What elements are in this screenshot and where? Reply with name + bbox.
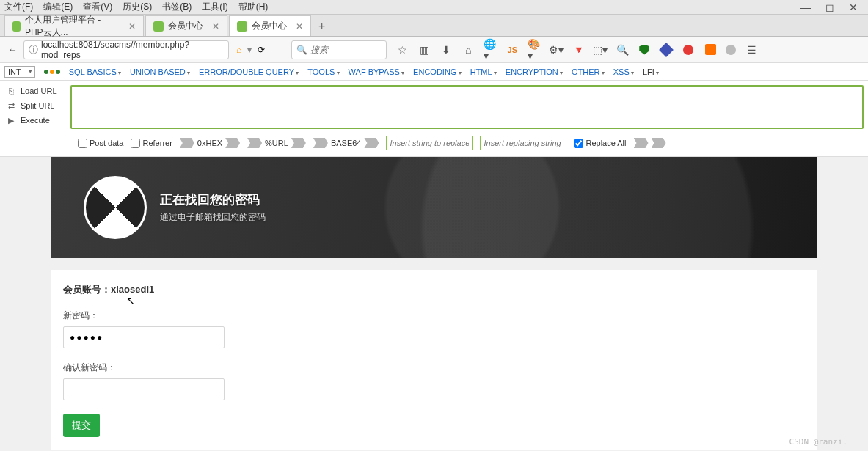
menu-bookmarks[interactable]: 书签(B) — [162, 1, 192, 13]
menu-union-based[interactable]: UNION BASED — [130, 67, 190, 76]
confirm-password-label: 确认新密码： — [63, 362, 805, 374]
menu-file[interactable]: 文件(F) — [4, 1, 33, 13]
post-data-checkbox[interactable]: Post data — [78, 139, 123, 148]
split-url-button[interactable]: ⇄Split URL — [0, 98, 70, 113]
reload-button[interactable]: ⟳ — [258, 45, 265, 55]
browser-menubar: 文件(F) 编辑(E) 查看(V) 历史(S) 书签(B) 工具(I) 帮助(H… — [0, 0, 868, 15]
maximize-button[interactable]: ◻ — [825, 1, 834, 13]
menu-sql-basics[interactable]: SQL BASICS — [69, 67, 121, 76]
ext-icon-1[interactable]: 🔻 — [572, 43, 585, 56]
execute-icon: ▶ — [6, 115, 16, 125]
tab-0[interactable]: 个人用户管理平台 - PHP云人... ✕ — [4, 15, 144, 36]
watermark: CSDN @ranzi. — [789, 437, 847, 447]
hackbar-textarea[interactable] — [70, 85, 864, 129]
home-icon-2[interactable]: ⌂ — [462, 43, 475, 56]
star-icon[interactable]: ☆ — [395, 43, 409, 56]
tab-close-icon[interactable]: ✕ — [128, 21, 136, 32]
referrer-checkbox[interactable]: Referrer — [131, 139, 172, 148]
new-password-label: 新密码： — [63, 309, 805, 322]
diamond-icon[interactable] — [660, 43, 673, 56]
menu-encryption[interactable]: ENCRYPTION — [506, 67, 563, 76]
menu-edit[interactable]: 编辑(E) — [43, 1, 73, 13]
search-icon: 🔍 — [296, 45, 307, 55]
tab-label: 会员中心 — [252, 20, 287, 32]
menu-other[interactable]: OTHER — [572, 67, 605, 76]
banner-subtitle: 通过电子邮箱找回您的密码 — [160, 211, 266, 224]
account-line: 会员账号：xiaosedi1 — [63, 283, 805, 296]
abp-icon[interactable] — [682, 43, 695, 56]
menu-encoding[interactable]: ENCODING — [413, 67, 462, 76]
banner: 正在找回您的密码 通过电子邮箱找回您的密码 — [51, 157, 817, 258]
site-info-icon[interactable]: ⓘ — [29, 43, 38, 56]
noscript-orange-icon[interactable] — [704, 43, 717, 56]
close-button[interactable]: ✕ — [849, 1, 858, 13]
page-content: 正在找回您的密码 通过电子邮箱找回您的密码 会员账号：xiaosedi1 新密码… — [0, 157, 868, 450]
favicon-icon — [153, 21, 164, 32]
menu-waf-bypass[interactable]: WAF BYPASS — [349, 67, 405, 76]
tab-close-icon[interactable]: ✕ — [212, 21, 219, 32]
home-icon[interactable]: ⌂ — [236, 45, 241, 55]
menu-view[interactable]: 查看(V) — [83, 1, 112, 13]
js-icon[interactable]: JS — [506, 43, 519, 56]
url-encode-button[interactable]: %URL — [247, 138, 306, 148]
hackbar-options: Post data Referrer 0xHEX %URL BASE64 Rep… — [0, 131, 868, 157]
search-box[interactable]: 🔍 — [291, 40, 387, 59]
nav-bar: ← ⓘ localhost:8081/seacms//member.php?mo… — [0, 37, 868, 63]
tab-label: 会员中心 — [168, 20, 203, 32]
new-tab-button[interactable]: + — [313, 17, 331, 36]
replace-to-input[interactable] — [480, 136, 566, 150]
globe-icon[interactable]: 🌐▾ — [484, 43, 497, 56]
encoding-select[interactable]: INT — [4, 66, 35, 78]
replace-from-input[interactable] — [386, 136, 473, 150]
hackbar-side: ⎘Load URL ⇄Split URL ▶Execute — [0, 81, 70, 131]
dots-indicator — [44, 70, 60, 74]
confirm-password-input[interactable] — [63, 378, 225, 400]
menu-xss[interactable]: XSS — [613, 67, 634, 76]
base64-encode-button[interactable]: BASE64 — [313, 138, 379, 148]
replace-go-button[interactable] — [634, 138, 666, 148]
new-password-input[interactable] — [63, 326, 225, 348]
url-text: localhost:8081/seacms//member.php?mod=re… — [41, 40, 224, 60]
favicon-icon — [237, 21, 247, 32]
back-button[interactable]: ← — [4, 42, 21, 58]
tab-1[interactable]: 会员中心 ✕ — [145, 15, 227, 36]
dropdown-icon[interactable]: ▾ — [247, 45, 252, 55]
menu-html[interactable]: HTML — [470, 67, 497, 76]
split-url-icon: ⇄ — [6, 100, 16, 111]
zoom-icon[interactable]: 🔍 — [616, 43, 629, 56]
shield-icon[interactable] — [638, 43, 651, 56]
tab-bar: 个人用户管理平台 - PHP云人... ✕ 会员中心 ✕ 会员中心 ✕ + — [0, 15, 868, 37]
hackbar-menu: INT SQL BASICS UNION BASED ERROR/DOUBLE … — [0, 63, 868, 81]
tab-label: 个人用户管理平台 - PHP云人... — [25, 14, 120, 39]
download-icon[interactable]: ⬇ — [440, 43, 453, 56]
submit-button[interactable]: 提交 — [63, 414, 100, 437]
grey-circ-icon[interactable] — [726, 45, 736, 55]
menu-tools[interactable]: TOOLS — [307, 67, 339, 76]
banner-title: 正在找回您的密码 — [160, 191, 266, 208]
tab-close-icon[interactable]: ✕ — [296, 21, 303, 32]
menu-error-query[interactable]: ERROR/DOUBLE QUERY — [199, 67, 299, 76]
favicon-icon — [12, 21, 21, 32]
execute-button[interactable]: ▶Execute — [0, 113, 70, 128]
avatar — [84, 176, 147, 239]
menu-help[interactable]: 帮助(H) — [238, 1, 269, 13]
menu-history[interactable]: 历史(S) — [123, 1, 152, 13]
hackbar-body: ⎘Load URL ⇄Split URL ▶Execute — [0, 81, 868, 131]
search-input[interactable] — [310, 45, 382, 55]
url-bar[interactable]: ⓘ localhost:8081/seacms//member.php?mod=… — [23, 40, 229, 59]
menu-lfi[interactable]: LFI — [643, 67, 659, 76]
noscript-icon[interactable] — [272, 42, 288, 58]
hamburger-icon[interactable]: ☰ — [745, 43, 758, 56]
load-url-icon: ⎘ — [6, 86, 16, 96]
tab-2[interactable]: 会员中心 ✕ — [229, 15, 311, 36]
minimize-button[interactable]: — — [800, 1, 811, 13]
paint-icon[interactable]: 🎨▾ — [528, 43, 541, 56]
load-url-button[interactable]: ⎘Load URL — [0, 84, 70, 98]
ext-icon-2[interactable]: ⬚▾ — [594, 43, 607, 56]
hex-encode-button[interactable]: 0xHEX — [180, 138, 240, 148]
replace-all-checkbox[interactable]: Replace All — [574, 139, 626, 148]
library-icon[interactable]: ▥ — [417, 43, 431, 56]
menu-tools[interactable]: 工具(I) — [202, 1, 227, 13]
form-panel: 会员账号：xiaosedi1 新密码： 确认新密码： 提交 — [51, 270, 817, 450]
bug-icon[interactable]: ⚙▾ — [550, 43, 563, 56]
